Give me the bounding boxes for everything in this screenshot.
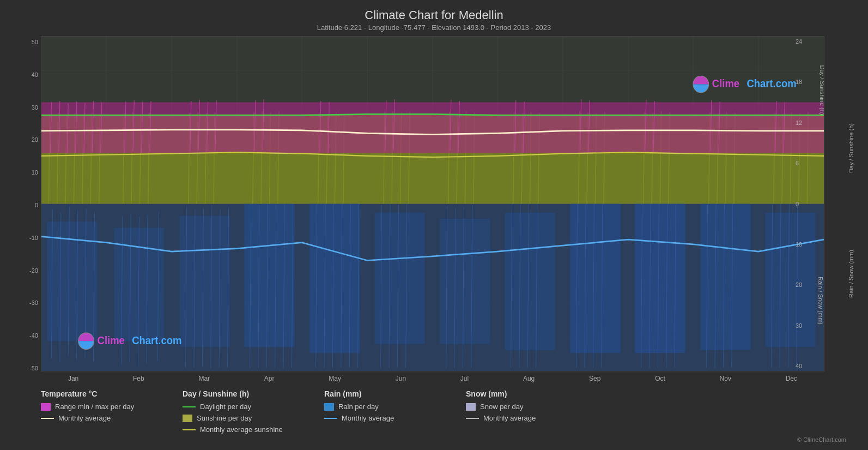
legend-title-sunshine: Day / Sunshine (h) — [183, 389, 292, 398]
x-tick-oct: Oct — [655, 375, 665, 382]
svg-rect-146 — [41, 102, 824, 153]
y-tick-n30: -30 — [29, 299, 38, 306]
svg-rect-28 — [440, 219, 490, 344]
legend-item-monthly-avg-temp: Monthly average — [41, 414, 150, 422]
y-tick-40: 40 — [32, 71, 38, 78]
legend-col-sunshine: Day / Sunshine (h) Daylight per day Suns… — [183, 389, 292, 434]
y-tick-n10: -10 — [29, 235, 38, 241]
svg-rect-32 — [700, 204, 750, 350]
y-axis-left: 50 40 30 20 10 0 -10 -20 -30 -40 -50 — [11, 36, 41, 385]
legend-col-snow: Snow (mm) Snow per day Monthly average — [466, 389, 575, 434]
legend-item-range: Range min / max per day — [41, 403, 150, 411]
svg-text:Clime: Clime — [98, 334, 125, 346]
chart-subtitle: Latitude 6.221 - Longitude -75.477 - Ele… — [11, 23, 857, 32]
chart-svg-container: Clime Chart.com Clime Chart.com — [41, 36, 824, 371]
legend-label-snow: Snow per day — [480, 403, 524, 411]
x-tick-may: May — [329, 375, 341, 382]
legend-label-range: Range min / max per day — [55, 403, 134, 411]
legend-item-monthly-avg-snow: Monthly average — [466, 414, 575, 422]
y-tick-n20: -20 — [29, 267, 38, 274]
legend-swatch-sunshine — [183, 415, 192, 422]
legend-item-snow: Snow per day — [466, 403, 575, 411]
chart-area: 50 40 30 20 10 0 -10 -20 -30 -40 -50 — [11, 36, 857, 385]
legend-label-monthly-avg-sunshine: Monthly average sunshine — [200, 425, 283, 434]
svg-rect-29 — [505, 213, 555, 350]
chart-svg: Clime Chart.com Clime Chart.com — [41, 37, 824, 371]
legend-label-daylight: Daylight per day — [200, 403, 251, 411]
x-tick-sep: Sep — [589, 375, 600, 382]
svg-rect-31 — [635, 201, 685, 353]
legend-swatch-rain — [324, 403, 334, 411]
x-tick-jan: Jan — [68, 375, 78, 382]
legend-label-monthly-avg-snow: Monthly average — [483, 414, 536, 422]
right-label-rain: Rain / Snow (mm) — [848, 250, 854, 298]
svg-rect-33 — [765, 213, 815, 347]
svg-text:Clime: Clime — [712, 78, 739, 90]
page-container: Climate Chart for Medellin Latitude 6.22… — [0, 0, 868, 450]
y-axis-right-container: Day / Sunshine (h) Rain / Snow (mm) — [824, 36, 857, 385]
y-tick-30: 30 — [32, 104, 38, 111]
x-tick-nov: Nov — [720, 375, 731, 382]
x-tick-apr: Apr — [264, 375, 275, 382]
right-label-sunshine: Day / Sunshine (h) — [848, 123, 854, 173]
legend-label-monthly-avg-rain: Monthly average — [342, 414, 394, 422]
x-tick-aug: Aug — [523, 375, 535, 382]
legend-item-rain: Rain per day — [324, 403, 433, 411]
svg-rect-25 — [244, 204, 294, 347]
svg-text:Chart.com: Chart.com — [746, 78, 796, 90]
legend-swatch-snow — [466, 403, 476, 411]
legend-title-rain: Rain (mm) — [324, 389, 433, 398]
legend-line-daylight — [183, 406, 196, 407]
legend-title-snow: Snow (mm) — [466, 389, 575, 398]
svg-rect-26 — [309, 204, 360, 353]
svg-rect-24 — [179, 215, 229, 347]
x-tick-jul: Jul — [460, 375, 469, 382]
chart-header: Climate Chart for Medellin Latitude 6.22… — [11, 5, 857, 33]
x-tick-mar: Mar — [198, 375, 210, 382]
legend-line-monthly-avg-sunshine — [183, 429, 196, 430]
x-tick-dec: Dec — [786, 375, 797, 382]
y-tick-0: 0 — [35, 202, 38, 208]
legend-swatch-range — [41, 403, 51, 411]
y-tick-10: 10 — [32, 169, 38, 176]
legend-line-monthly-avg-snow — [466, 418, 479, 419]
legend: Temperature °C Range min / max per day M… — [11, 385, 857, 436]
legend-col-rain: Rain (mm) Rain per day Monthly average — [324, 389, 433, 434]
y-tick-n40: -40 — [29, 332, 38, 339]
svg-rect-30 — [570, 204, 620, 353]
legend-item-sunshine-swatch: Sunshine per day — [183, 414, 292, 422]
legend-line-monthly-avg-temp — [41, 418, 54, 419]
legend-label-sunshine: Sunshine per day — [197, 414, 252, 422]
legend-title-temperature: Temperature °C — [41, 389, 150, 398]
svg-rect-27 — [374, 213, 424, 344]
legend-label-rain: Rain per day — [338, 403, 379, 411]
x-tick-jun: Jun — [396, 375, 406, 382]
copyright: © ClimeChart.com — [11, 436, 857, 445]
chart-title: Climate Chart for Medellin — [11, 8, 857, 22]
svg-text:Chart.com: Chart.com — [132, 334, 181, 346]
x-tick-feb: Feb — [133, 375, 144, 382]
legend-label-monthly-avg-temp: Monthly average — [58, 414, 111, 422]
legend-col-temperature: Temperature °C Range min / max per day M… — [41, 389, 150, 434]
y-tick-50: 50 — [32, 39, 38, 45]
y-tick-20: 20 — [32, 136, 38, 143]
x-axis: Jan Feb Mar Apr May Jun Jul Aug Sep Oct … — [41, 371, 824, 385]
legend-item-monthly-avg-sunshine: Monthly average sunshine — [183, 425, 292, 434]
y-tick-n50: -50 — [29, 365, 38, 371]
legend-line-monthly-avg-rain — [324, 418, 337, 419]
legend-item-monthly-avg-rain: Monthly average — [324, 414, 433, 422]
chart-main: Clime Chart.com Clime Chart.com — [41, 36, 824, 385]
legend-item-daylight: Daylight per day — [183, 403, 292, 411]
